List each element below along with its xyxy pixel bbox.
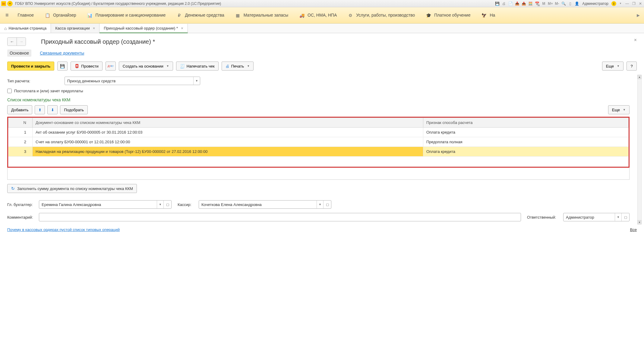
doc-icon[interactable]: 📄 (508, 1, 513, 6)
footer: Почему в кассовых ордерах пустой список … (0, 224, 644, 235)
accountant-field[interactable]: Еремина Галина Александровна ▼ ▢ (39, 200, 172, 209)
nav-planning[interactable]: 📊 Планирование и санкционирование (81, 11, 171, 20)
fill-sum-button[interactable]: ↻ Заполнить сумму документа по списку но… (7, 184, 137, 193)
nomenclature-table: N Документ-основание со списком номенкла… (7, 117, 630, 168)
calc-type-select[interactable]: Приход денежных средств ▼ (65, 77, 200, 85)
table-row[interactable]: 1 Акт об оказании услуг БУ00-000005 от 3… (8, 128, 629, 137)
col-header-n[interactable]: N (8, 118, 33, 128)
tab-cash-order[interactable]: Приходный кассовый ордер (создание) * × (99, 24, 188, 33)
open-ref-icon[interactable]: ▢ (163, 201, 171, 208)
move-down-button[interactable]: ⬇ (47, 105, 58, 114)
clipboard-out-icon[interactable]: 📤 (521, 1, 526, 6)
zoom-icon[interactable]: 🔍 (561, 1, 566, 6)
col-header-sign[interactable]: Признак способа расчета (423, 118, 628, 128)
postpay-checkbox[interactable] (7, 89, 12, 93)
chevron-down-icon[interactable]: ▼ (317, 201, 323, 208)
calendar-icon[interactable]: 📅31 (535, 1, 539, 6)
scrollbar[interactable]: ▲ ▼ (637, 75, 642, 224)
table-more-button[interactable]: Еще ▼ (608, 105, 630, 114)
open-ref-icon[interactable]: ▢ (621, 213, 629, 221)
table-empty-row[interactable] (8, 157, 629, 167)
maximize-icon[interactable]: ❐ (631, 1, 636, 6)
nav-services[interactable]: ⚙ Услуги, работы, производство (342, 11, 420, 20)
subnav-main[interactable]: Основное (7, 49, 31, 57)
truck-icon: 🚚 (299, 13, 305, 18)
panels-icon[interactable]: ▯ (568, 1, 573, 6)
chevron-down-icon: ▼ (9, 2, 11, 5)
subnav-related[interactable]: Связанные документы (37, 49, 87, 57)
window-title: ГОБУ ВПО Университет искусств (Субсидия)… (15, 2, 495, 6)
app-menu-dropdown[interactable]: ▼ (7, 1, 13, 6)
print-button[interactable]: 🖨 Печать ▼ (222, 62, 254, 71)
more-button[interactable]: Еще ▼ (602, 62, 623, 71)
nav-education[interactable]: 🎓 Платное обучение (420, 11, 476, 20)
table-header-row: N Документ-основание со списком номенкла… (8, 118, 629, 128)
scroll-track[interactable] (637, 79, 642, 220)
responsible-field[interactable]: Администратор ▼ ▢ (563, 213, 630, 221)
calc-icon[interactable]: 🧮 (528, 1, 533, 6)
memory-mminus[interactable]: M- (554, 1, 559, 6)
chevron-down-icon[interactable]: ▼ (193, 77, 200, 85)
nav-materials[interactable]: ▦ Материальные запасы (230, 11, 294, 20)
print-icon[interactable]: 🖨 (501, 1, 506, 6)
help-link[interactable]: Почему в кассовых ордерах пустой список … (7, 227, 120, 232)
nav-more-cut[interactable]: 🦅 На (476, 11, 500, 20)
info-icon[interactable]: i (611, 1, 616, 6)
arrow-up-icon: ⬆ (38, 108, 42, 112)
save-button[interactable]: 💾 (57, 62, 68, 71)
chevron-down-icon: ▼ (623, 108, 626, 111)
tab-cashbox[interactable]: Касса организации × (51, 24, 99, 33)
memory-mplus[interactable]: M+ (548, 1, 553, 6)
chevron-down-icon[interactable]: ▼ (615, 213, 621, 221)
dtct-button[interactable]: ДтКт (106, 62, 116, 71)
table-footer-space (7, 168, 630, 180)
nav-assets[interactable]: 🚚 ОС, НМА, НПА (294, 11, 342, 20)
scroll-down-icon[interactable]: ▼ (637, 220, 642, 224)
chevron-down-icon: ▼ (617, 65, 620, 68)
close-icon[interactable]: ✕ (638, 1, 643, 6)
clipboard-in-icon[interactable]: 📥 (515, 1, 519, 6)
tab-close-icon[interactable]: × (181, 26, 183, 30)
cashier-label: Кассир: (178, 202, 196, 207)
save-icon[interactable]: 💾 (495, 1, 500, 6)
eagle-icon: 🦅 (481, 13, 487, 18)
info-dropdown-icon[interactable]: ▼ (618, 1, 623, 6)
cashier-field[interactable]: Кочеткова Елена Александровна ▼ ▢ (199, 200, 331, 209)
page-subnav: Основное Связанные документы (0, 48, 644, 60)
show-all-link[interactable]: Все (630, 227, 637, 232)
minimize-icon[interactable]: — (625, 1, 630, 6)
help-button[interactable]: ? (627, 62, 637, 71)
back-button[interactable]: ← (8, 38, 17, 46)
responsible-label: Ответственный: (527, 215, 560, 220)
chevron-down-icon: ▼ (247, 65, 250, 68)
col-header-doc[interactable]: Документ-основание со списком номенклату… (33, 118, 423, 128)
cashier-value: Кочеткова Елена Александровна (199, 201, 317, 208)
table-row-selected[interactable]: 3 Накладная на реализацию продукции и то… (8, 147, 629, 157)
tab-home[interactable]: ⌂ Начальная страница (0, 24, 51, 33)
scroll-up-icon[interactable]: ▲ (637, 75, 642, 79)
forward-button[interactable]: → (17, 38, 26, 46)
tab-close-icon[interactable]: × (93, 26, 95, 30)
nav-organizer[interactable]: 📋 Органайзер (39, 11, 81, 20)
nav-money[interactable]: ₽ Денежные средства (171, 11, 229, 20)
open-ref-icon[interactable]: ▢ (323, 201, 331, 208)
pick-button[interactable]: Подобрать (60, 105, 87, 114)
cell-n: 2 (8, 137, 33, 147)
post-and-close-button[interactable]: Провести и закрыть (7, 62, 54, 71)
print-check-button[interactable]: 🧾 Напечатать чек (176, 62, 219, 71)
page-close-icon[interactable]: × (634, 37, 637, 43)
table-row[interactable]: 2 Счет на оплату БУ00-000001 от 12.01.20… (8, 137, 629, 147)
post-button[interactable]: 📮 Провести (71, 62, 103, 71)
memory-m[interactable]: M (541, 1, 546, 6)
nav-scroll-right-icon[interactable]: ▶ (634, 13, 642, 17)
burger-menu-icon[interactable]: ≡ (2, 12, 12, 18)
accountant-label: Гл. бухгалтер: (7, 202, 36, 207)
comment-field[interactable] (39, 213, 521, 221)
nav-main[interactable]: Главное (12, 11, 39, 20)
create-based-button[interactable]: Создать на основании ▼ (119, 62, 173, 71)
calc-type-label: Тип расчета: (7, 79, 62, 83)
chevron-down-icon[interactable]: ▼ (157, 201, 163, 208)
add-row-button[interactable]: Добавить (7, 105, 32, 114)
move-up-button[interactable]: ⬆ (35, 105, 45, 114)
cell-doc: Счет на оплату БУ00-000001 от 12.01.2016… (33, 137, 423, 147)
